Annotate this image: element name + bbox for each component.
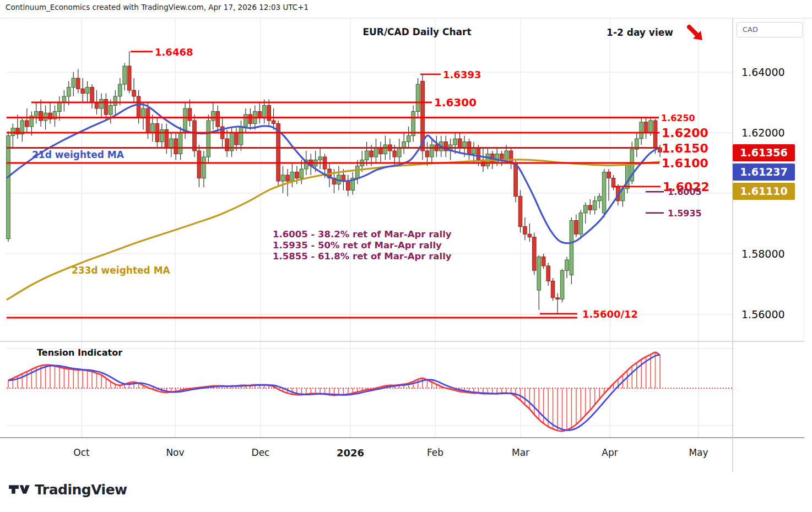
fib-note-line: 1.6005 - 38.2% ret of Mar-Apr rally	[273, 229, 452, 240]
ma21-label: 21d weighted MA	[32, 149, 124, 160]
x-axis-label-Feb: Feb	[427, 447, 443, 458]
price-badge-1.61237: 1.61237	[733, 164, 795, 181]
x-axis-label-Mar: Mar	[512, 447, 529, 458]
chart-title: EUR/CAD Daily Chart	[307, 26, 527, 37]
level-label-1.5600-12: 1.5600/12	[582, 308, 638, 319]
x-axis-label-Nov: Nov	[166, 447, 184, 458]
level-label-1.6100: 1.6100	[662, 156, 708, 170]
level-label-1.6200: 1.6200	[662, 126, 708, 140]
price-tick-1.58000: 1.58000	[741, 248, 802, 260]
level-label-1.6150: 1.6150	[662, 141, 708, 155]
tension-indicator-label: Tension Indicator	[37, 347, 122, 358]
level-label-1.6393: 1.6393	[443, 68, 481, 80]
fib-retracement-notes: 1.6005 - 38.2% ret of Mar-Apr rally1.593…	[273, 229, 452, 262]
fib-note-line: 1.5935 - 50% ret of Mar-Apr rally	[273, 240, 452, 251]
price-tick-1.64000: 1.64000	[741, 66, 802, 78]
x-axis-label-2026: 2026	[337, 447, 364, 459]
fib-note-line: 1.5855 - 61.8% ret of Mar-Apr rally	[273, 251, 452, 262]
view-note-label: 1-2 day view	[573, 27, 673, 38]
tradingview-chart-screenshot: Continuum_Economics created with Trading…	[0, 0, 812, 512]
price-badge-1.61110: 1.61110	[733, 183, 795, 200]
level-label-1.6300: 1.6300	[434, 96, 477, 109]
tradingview-wordmark: TradingView	[35, 482, 127, 498]
level-label-1.6468: 1.6468	[155, 46, 193, 57]
level-label-1.6250: 1.6250	[661, 112, 695, 123]
level-label-1.6005: 1.6005	[668, 187, 702, 197]
price-tick-1.56000: 1.56000	[741, 308, 802, 320]
down-right-arrow-icon	[686, 24, 705, 43]
price-badge-1.61356: 1.61356	[733, 144, 795, 161]
price-tick-1.62000: 1.62000	[741, 127, 802, 139]
ma233-label: 233d weighted MA	[72, 265, 170, 276]
x-axis-label-Apr: Apr	[602, 447, 618, 458]
x-axis-label-Dec: Dec	[252, 447, 270, 458]
tradingview-logo-icon	[8, 481, 30, 498]
x-axis-label-May: May	[689, 447, 708, 458]
x-axis-label-Oct: Oct	[73, 447, 89, 458]
currency-selector: CAD	[737, 22, 803, 37]
level-label-1.5935: 1.5935	[668, 208, 702, 218]
tradingview-logo: TradingView	[8, 481, 127, 498]
